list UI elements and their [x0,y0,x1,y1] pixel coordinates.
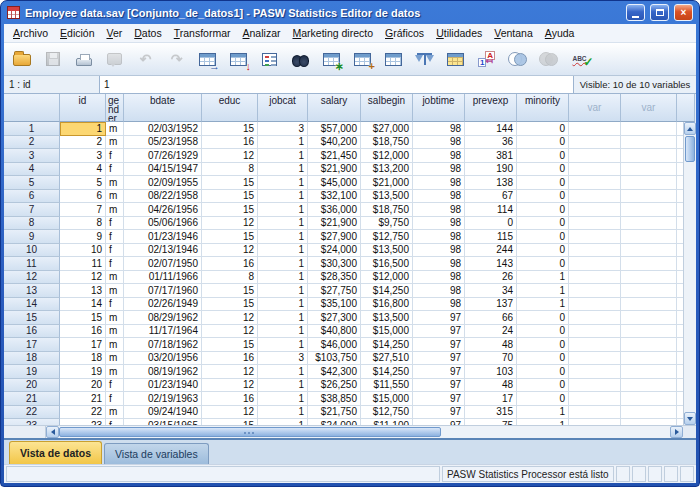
cell-minority-7[interactable]: 0 [517,203,569,217]
cell-var1-22[interactable] [569,406,621,420]
cell-minority-3[interactable]: 0 [517,149,569,163]
cell-minority-5[interactable]: 0 [517,176,569,190]
cell-jobtime-18[interactable]: 97 [413,352,465,366]
cell-minority-10[interactable]: 0 [517,244,569,258]
cell-bdate-15[interactable]: 08/29/1962 [124,311,202,325]
cell-jobcat-4[interactable]: 1 [258,163,308,177]
row-header-16[interactable]: 16 [4,325,60,339]
column-header-educ[interactable]: educ [202,94,258,122]
column-header-var1[interactable]: var [569,94,621,122]
cell-jobcat-20[interactable]: 1 [258,379,308,393]
cell-var1-9[interactable] [569,230,621,244]
cell-var1-12[interactable] [569,271,621,285]
scroll-right-arrow[interactable] [670,426,683,438]
column-header-salary[interactable]: salary [308,94,361,122]
cell-var1-10[interactable] [569,244,621,258]
spell-check-icon[interactable]: ABC✓ [565,46,594,73]
cell-bdate-5[interactable]: 02/09/1955 [124,176,202,190]
column-header-jobtime[interactable]: jobtime [413,94,465,122]
row-header-13[interactable]: 13 [4,284,60,298]
cell-salary-2[interactable]: $40,200 [308,136,361,150]
cell-var1-17[interactable] [569,338,621,352]
cell-var2-20[interactable] [621,379,677,393]
cell-salary-1[interactable]: $57,000 [308,122,361,136]
cell-id-4[interactable]: 4 [60,163,106,177]
cell-educ-17[interactable]: 15 [202,338,258,352]
cell-jobcat-11[interactable]: 1 [258,257,308,271]
cell-jobtime-14[interactable]: 98 [413,298,465,312]
row-header-11[interactable]: 11 [4,257,60,271]
cell-salbegin-22[interactable]: $12,750 [361,406,413,420]
cell-educ-3[interactable]: 12 [202,149,258,163]
cell-jobcat-14[interactable]: 1 [258,298,308,312]
cell-jobtime-6[interactable]: 98 [413,190,465,204]
cell-gender-17[interactable]: m [106,338,124,352]
row-header-17[interactable]: 17 [4,338,60,352]
cell-salbegin-3[interactable]: $12,000 [361,149,413,163]
cell-educ-2[interactable]: 16 [202,136,258,150]
cell-var1-15[interactable] [569,311,621,325]
cell-jobcat-9[interactable]: 1 [258,230,308,244]
cell-salary-17[interactable]: $46,000 [308,338,361,352]
insert-cases-icon[interactable]: ∗ [317,46,346,73]
cell-gender-21[interactable]: f [106,392,124,406]
cell-educ-11[interactable]: 16 [202,257,258,271]
cell-var1-11[interactable] [569,257,621,271]
cell-gender-16[interactable]: m [106,325,124,339]
cell-educ-12[interactable]: 8 [202,271,258,285]
row-header-19[interactable]: 19 [4,365,60,379]
cell-educ-21[interactable]: 16 [202,392,258,406]
cell-minority-16[interactable]: 0 [517,325,569,339]
cell-jobtime-15[interactable]: 97 [413,311,465,325]
cell-prevexp-21[interactable]: 17 [465,392,517,406]
menu-ventana[interactable]: Ventana [488,25,539,41]
cell-jobtime-7[interactable]: 98 [413,203,465,217]
cell-prevexp-7[interactable]: 114 [465,203,517,217]
cell-prevexp-19[interactable]: 103 [465,365,517,379]
cell-var2-22[interactable] [621,406,677,420]
horizontal-scroll-track[interactable] [441,426,670,438]
cell-jobcat-19[interactable]: 1 [258,365,308,379]
cell-jobtime-20[interactable]: 97 [413,379,465,393]
cell-var1-5[interactable] [569,176,621,190]
cell-salary-9[interactable]: $27,900 [308,230,361,244]
cell-bdate-20[interactable]: 01/23/1940 [124,379,202,393]
cell-bdate-14[interactable]: 02/26/1949 [124,298,202,312]
cell-id-12[interactable]: 12 [60,271,106,285]
cell-educ-13[interactable]: 15 [202,284,258,298]
column-header-prevexp[interactable]: prevexp [465,94,517,122]
row-header-3[interactable]: 3 [4,149,60,163]
cell-bdate-4[interactable]: 04/15/1947 [124,163,202,177]
cell-bdate-22[interactable]: 09/24/1940 [124,406,202,420]
cell-var2-8[interactable] [621,217,677,231]
scroll-up-arrow[interactable] [684,122,696,135]
cell-salary-22[interactable]: $21,750 [308,406,361,420]
cell-var1-18[interactable] [569,352,621,366]
cell-salbegin-8[interactable]: $9,750 [361,217,413,231]
cell-var2-19[interactable] [621,365,677,379]
cell-salary-21[interactable]: $38,850 [308,392,361,406]
cell-id-13[interactable]: 13 [60,284,106,298]
cell-salary-10[interactable]: $24,000 [308,244,361,258]
cell-salary-15[interactable]: $27,300 [308,311,361,325]
cell-salbegin-14[interactable]: $16,800 [361,298,413,312]
cell-salbegin-6[interactable]: $13,500 [361,190,413,204]
row-header-7[interactable]: 7 [4,203,60,217]
cell-var1-3[interactable] [569,149,621,163]
cell-var1-14[interactable] [569,298,621,312]
cell-salbegin-7[interactable]: $18,750 [361,203,413,217]
row-header-10[interactable]: 10 [4,244,60,258]
cell-var2-17[interactable] [621,338,677,352]
cell-var1-20[interactable] [569,379,621,393]
cell-bdate-21[interactable]: 02/19/1963 [124,392,202,406]
cell-salbegin-16[interactable]: $15,000 [361,325,413,339]
cell-salary-19[interactable]: $42,300 [308,365,361,379]
menu-transformar[interactable]: Transformar [168,25,237,41]
cell-salbegin-9[interactable]: $12,750 [361,230,413,244]
cell-bdate-2[interactable]: 05/23/1958 [124,136,202,150]
cell-prevexp-2[interactable]: 36 [465,136,517,150]
cell-bdate-7[interactable]: 04/26/1956 [124,203,202,217]
cell-gender-3[interactable]: f [106,149,124,163]
cell-minority-11[interactable]: 0 [517,257,569,271]
vertical-scroll-track[interactable] [684,163,696,412]
